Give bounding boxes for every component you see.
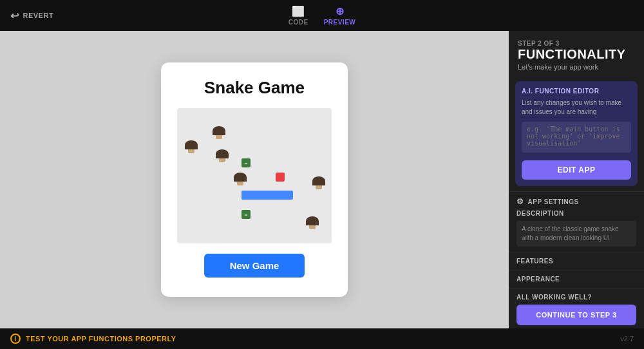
mushroom-stem [309, 225, 316, 229]
mushroom-cap [213, 126, 225, 135]
game-title: Snake Game [204, 78, 305, 98]
step-subtitle: Let's make your app work [518, 63, 635, 71]
edit-app-button[interactable]: EDIT APP [522, 160, 631, 180]
food-item [276, 173, 285, 182]
app-settings-header: ⚙ APP SETTINGS [516, 197, 636, 206]
preview-panel: Snake Game [0, 31, 509, 328]
mushroom-stem [188, 149, 194, 153]
mushroom-3 [216, 149, 229, 162]
description-label: DESCRIPTION [516, 210, 636, 217]
gear-icon: ⚙ [516, 197, 524, 206]
appearance-section[interactable]: APPERANCE [509, 270, 644, 288]
ai-editor-card: A.I. FUNCTION EDITOR List any changes yo… [515, 81, 638, 186]
new-game-button[interactable]: New Game [204, 254, 305, 278]
mushroom-cap [306, 216, 319, 225]
warning-icon: i [10, 334, 21, 344]
step-label: STEP 2 OF 3 [518, 40, 635, 47]
blue-seg-1 [242, 191, 251, 200]
mushroom-stem [237, 182, 243, 185]
revert-label: REVERT [23, 12, 54, 19]
mushroom-cap [312, 176, 325, 185]
mushroom-cap [234, 173, 247, 182]
right-panel: STEP 2 OF 3 FUNCTIONALITY Let's make you… [509, 31, 644, 328]
game-canvas: •• •• [177, 108, 332, 243]
blue-seg-2 [252, 191, 261, 200]
features-section[interactable]: FEATURES [509, 252, 644, 270]
all-working-section: ALL WORKING WELL? CONTINUE TO STEP 3 [509, 288, 644, 328]
version-label: v2.7 [620, 335, 634, 343]
code-label: CODE [289, 19, 308, 26]
appearance-label: APPERANCE [516, 276, 560, 283]
step-title: FUNCTIONALITY [518, 47, 635, 62]
ai-textarea[interactable] [522, 122, 631, 153]
tab-preview[interactable]: ⊕ PREVIEW [324, 5, 356, 26]
tab-code[interactable]: ⬜ CODE [289, 5, 308, 26]
preview-icon: ⊕ [336, 5, 345, 17]
description-content: A clone of the classic game snake with a… [516, 221, 636, 247]
app-settings-label: APP SETTINGS [528, 198, 579, 205]
mushroom-stem [216, 135, 222, 139]
mushroom-4 [234, 173, 247, 185]
code-icon: ⬜ [292, 5, 305, 17]
bottom-bar: i TEST YOUR APP FUNCTIONS PROPERLY v2.7 [0, 328, 644, 349]
ai-editor-title: A.I. FUNCTION EDITOR [522, 88, 631, 95]
snake-head: •• [242, 158, 251, 167]
mushroom-stem [219, 158, 225, 162]
warning-section: i TEST YOUR APP FUNCTIONS PROPERLY [10, 334, 176, 344]
description-text-label: DESCRIPTION [516, 210, 564, 217]
snake-head-2: •• [242, 210, 251, 219]
mushroom-5 [312, 176, 325, 189]
mushroom-2 [213, 126, 225, 139]
game-card: Snake Game [161, 62, 348, 297]
preview-label: PREVIEW [324, 19, 356, 26]
all-working-label: ALL WORKING WELL? [516, 294, 636, 301]
blue-seg-3 [262, 191, 271, 200]
revert-icon: ↩ [10, 10, 19, 22]
mushroom-cap [185, 140, 198, 149]
ai-editor-description: List any changes you wish to make and is… [522, 99, 631, 117]
main-area: Snake Game [0, 31, 644, 328]
blue-seg-5 [283, 191, 292, 200]
app-settings-section: ⚙ APP SETTINGS DESCRIPTION A clone of th… [509, 191, 644, 252]
mushroom-6 [306, 216, 319, 229]
mushroom-1 [185, 140, 198, 153]
features-label: FEATURES [516, 258, 553, 265]
mushroom-cap [216, 149, 229, 158]
warning-text: TEST YOUR APP FUNCTIONS PROPERLY [26, 335, 176, 343]
toolbar-tabs: ⬜ CODE ⊕ PREVIEW [289, 5, 356, 26]
mushroom-stem [316, 185, 322, 189]
revert-button[interactable]: ↩ REVERT [10, 10, 53, 22]
step-header: STEP 2 OF 3 FUNCTIONALITY Let's make you… [509, 31, 644, 76]
continue-button[interactable]: CONTINUE TO STEP 3 [516, 305, 636, 325]
toolbar: ↩ REVERT ⬜ CODE ⊕ PREVIEW [0, 0, 644, 31]
blue-seg-4 [272, 191, 281, 200]
